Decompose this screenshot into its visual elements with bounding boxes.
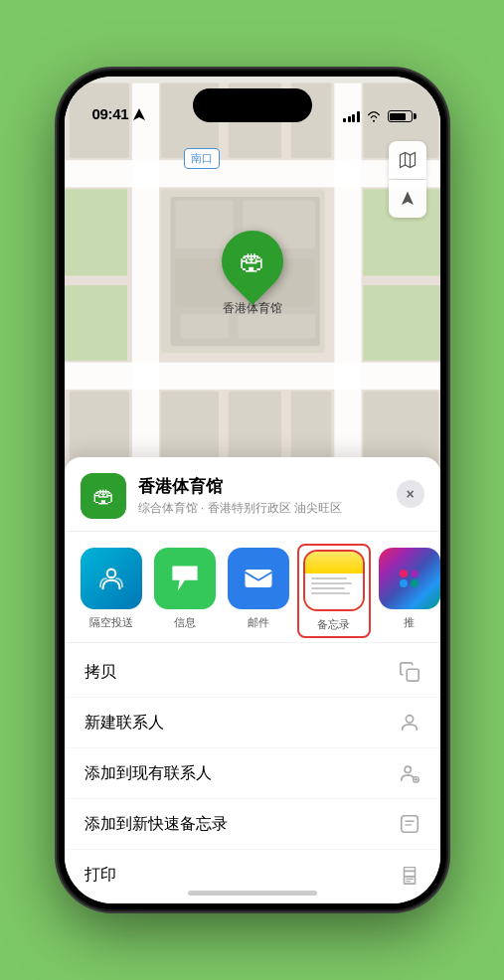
share-item-messages[interactable]: 信息 bbox=[154, 548, 216, 634]
close-button[interactable]: × bbox=[397, 480, 424, 508]
svg-rect-12 bbox=[363, 285, 440, 361]
action-print-label: 打印 bbox=[84, 865, 116, 886]
share-item-mail[interactable]: 邮件 bbox=[228, 548, 289, 634]
location-pin: 🏟 香港体育馆 bbox=[222, 231, 283, 317]
action-add-contact[interactable]: 添加到现有联系人 bbox=[65, 748, 440, 799]
action-copy-label: 拷贝 bbox=[84, 662, 116, 683]
svg-point-33 bbox=[406, 716, 413, 723]
status-icons bbox=[343, 110, 413, 122]
signal-bar-1 bbox=[343, 118, 346, 122]
action-quick-note-label: 添加到新快速备忘录 bbox=[84, 814, 228, 835]
print-icon bbox=[399, 864, 420, 886]
svg-rect-5 bbox=[131, 83, 158, 498]
sheet-header: 🏟 香港体育馆 综合体育馆 · 香港特别行政区 油尖旺区 × bbox=[65, 457, 440, 532]
action-copy[interactable]: 拷贝 bbox=[65, 647, 440, 698]
svg-rect-3 bbox=[65, 160, 440, 187]
venue-icon: 🏟 bbox=[81, 473, 126, 519]
home-indicator bbox=[188, 891, 317, 896]
notes-label: 备忘录 bbox=[317, 617, 350, 632]
new-contact-icon bbox=[399, 712, 420, 734]
svg-rect-31 bbox=[245, 570, 271, 587]
share-item-notes[interactable]: 备忘录 bbox=[301, 548, 367, 634]
location-arrow-map-icon bbox=[399, 190, 417, 208]
venue-stadium-icon: 🏟 bbox=[92, 483, 114, 509]
svg-point-34 bbox=[404, 766, 410, 772]
svg-rect-10 bbox=[65, 285, 127, 361]
share-row: 隔空投送 信息 bbox=[65, 532, 440, 643]
svg-rect-6 bbox=[334, 83, 361, 498]
signal-bar-3 bbox=[352, 114, 355, 122]
map-controls bbox=[389, 141, 426, 218]
messages-icon-wrap bbox=[154, 548, 216, 609]
signal-bar-2 bbox=[348, 116, 351, 122]
map-area[interactable]: 南口 🏟 bbox=[65, 77, 440, 504]
airdrop-icon bbox=[94, 562, 128, 595]
copy-icon bbox=[399, 661, 420, 683]
battery-icon bbox=[388, 110, 413, 122]
action-quick-note[interactable]: 添加到新快速备忘录 bbox=[65, 799, 440, 850]
share-item-airdrop[interactable]: 隔空投送 bbox=[81, 548, 142, 634]
svg-rect-41 bbox=[404, 877, 415, 884]
action-new-contact-label: 新建联系人 bbox=[84, 713, 164, 734]
map-type-icon bbox=[398, 150, 418, 170]
action-list: 拷贝 新建联系人 添加到现有联系人 bbox=[65, 643, 440, 903]
mail-icon bbox=[241, 561, 276, 596]
action-add-contact-label: 添加到现有联系人 bbox=[84, 763, 212, 784]
map-type-button[interactable] bbox=[389, 141, 426, 179]
svg-point-1 bbox=[373, 120, 375, 122]
svg-marker-0 bbox=[133, 108, 145, 120]
more-label: 推 bbox=[404, 615, 415, 630]
venue-info: 香港体育馆 综合体育馆 · 香港特别行政区 油尖旺区 bbox=[138, 475, 424, 517]
wifi-icon bbox=[366, 110, 382, 122]
mail-label: 邮件 bbox=[248, 615, 269, 630]
svg-rect-17 bbox=[238, 314, 315, 338]
phone-screen: 09:41 bbox=[65, 77, 440, 903]
phone-frame: 09:41 bbox=[59, 71, 446, 909]
nankou-label: 南口 bbox=[184, 148, 220, 169]
svg-point-30 bbox=[106, 570, 115, 578]
dynamic-island bbox=[193, 88, 312, 122]
messages-icon bbox=[167, 561, 203, 596]
more-icon-wrap bbox=[379, 548, 440, 609]
notes-icon-wrap bbox=[303, 550, 365, 611]
mail-icon-wrap bbox=[228, 548, 289, 609]
messages-label: 信息 bbox=[174, 615, 196, 630]
location-button[interactable] bbox=[389, 180, 426, 218]
status-time: 09:41 bbox=[92, 105, 129, 122]
share-item-more[interactable]: 推 bbox=[379, 548, 440, 634]
svg-rect-16 bbox=[180, 314, 228, 338]
signal-bar-4 bbox=[357, 111, 360, 122]
svg-rect-38 bbox=[401, 816, 418, 833]
action-new-contact[interactable]: 新建联系人 bbox=[65, 698, 440, 748]
venue-name: 香港体育馆 bbox=[138, 475, 424, 498]
pin-circle: 🏟 bbox=[209, 218, 296, 305]
signal-bars bbox=[343, 110, 360, 122]
svg-rect-9 bbox=[65, 189, 127, 275]
svg-rect-42 bbox=[406, 879, 413, 880]
pin-stadium-icon: 🏟 bbox=[240, 246, 265, 277]
airdrop-icon-wrap bbox=[81, 548, 142, 609]
svg-rect-4 bbox=[65, 363, 440, 390]
svg-rect-43 bbox=[406, 881, 411, 882]
svg-rect-32 bbox=[407, 669, 419, 681]
bottom-sheet: 🏟 香港体育馆 综合体育馆 · 香港特别行政区 油尖旺区 × bbox=[65, 457, 440, 903]
add-contact-icon bbox=[399, 762, 420, 784]
airdrop-label: 隔空投送 bbox=[89, 615, 133, 630]
quick-note-icon bbox=[399, 813, 420, 835]
location-arrow-icon bbox=[132, 107, 146, 121]
venue-description: 综合体育馆 · 香港特别行政区 油尖旺区 bbox=[138, 500, 424, 517]
